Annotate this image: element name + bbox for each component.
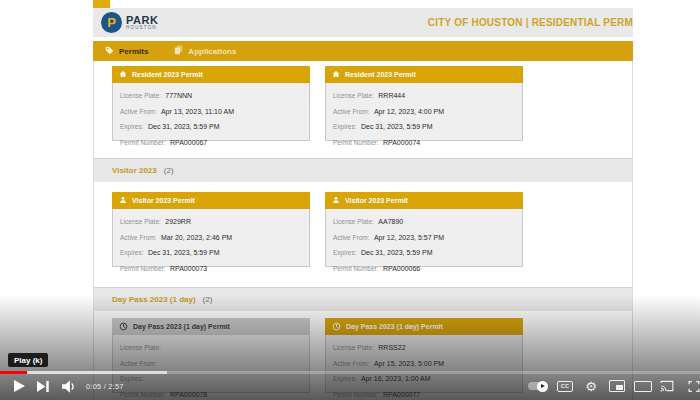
license-plate-value: RRR444 [378,92,405,99]
progress-bar[interactable] [0,371,700,374]
autoplay-toggle-knob [537,381,548,392]
card-title: Day Pass 2023 (1 day) Permit [346,323,443,330]
expires-value: Dec 31, 2023, 5:59 PM [361,123,433,130]
video-player: P PARK HOUSTON CITY OF HOUSTON | RESIDEN… [0,0,700,400]
field-label: Expires: [333,123,356,130]
field-label: Permit Number: [120,139,166,146]
section-count: (2) [164,166,174,175]
theater-mode-button[interactable] [632,375,654,397]
field-label: Permit Number: [333,139,379,146]
license-plate-value: 777NNN [165,92,192,99]
fullscreen-button[interactable] [684,375,700,397]
permit-card-visitor-2: Visitor 2023 Permit License Plate: AA789… [325,192,523,267]
clock-icon [119,322,128,332]
miniplayer-button[interactable] [607,375,627,397]
section-header-daypass: Day Pass 2023 (1 day) (2) [94,287,632,311]
card-header: Visitor 2023 Permit [112,192,310,209]
play-icon [14,380,25,392]
autoplay-toggle[interactable] [525,375,549,397]
active-from-value: Apr 13, 2023, 11:10 AM [161,108,234,115]
field-label: Expires: [333,249,356,256]
field-label: Active From: [333,234,369,241]
page-title: CITY OF HOUSTON | RESIDENTIAL PERM [158,17,633,28]
home-icon [332,70,340,79]
permit-number-value: RPA000067 [170,139,207,146]
logo-subtext: HOUSTON [126,25,158,30]
field-label: License Plate: [333,92,374,99]
volume-icon [62,380,76,393]
field-label: Permit Number: [333,265,379,272]
field-label: Expires: [120,123,143,130]
cast-button[interactable] [657,375,677,397]
permits-list: Resident 2023 Permit License Plate: 777N… [93,61,633,400]
card-header: Day Pass 2023 (1 day) Permit [325,318,523,335]
play-tooltip: Play (k) [8,353,48,367]
top-banner-fragment [93,0,110,8]
card-body: License Plate: 777NNN Active From: Apr 1… [112,83,310,141]
next-button[interactable] [34,375,52,397]
card-title: Visitor 2023 Permit [345,197,408,204]
park-houston-logo: P PARK HOUSTON [101,12,158,33]
tab-permits[interactable]: Permits [105,46,148,57]
expires-value: Dec 31, 2023, 5:59 PM [148,123,220,130]
miniplayer-icon [609,380,625,392]
resident-cards-row: Resident 2023 Permit License Plate: 777N… [94,66,632,141]
card-title: Resident 2023 Permit [132,71,203,78]
progress-played [0,371,27,374]
logo-p-icon: P [101,12,122,33]
tab-applications-label: Applications [188,47,236,56]
cast-icon [660,380,674,392]
field-label: Active From: [120,234,156,241]
card-body: License Plate: RRR444 Active From: Apr 1… [325,83,523,141]
clock-icon [332,322,341,332]
card-title: Visitor 2023 Permit [132,197,195,204]
logo-text: PARK [126,15,158,25]
copy-icon [174,45,183,57]
subtitles-button[interactable]: CC [555,375,575,397]
field-label: Active From: [120,108,156,115]
nav-bar: Permits Applications [93,41,633,61]
person-icon [119,196,127,205]
card-body: License Plate: 2929RR Active From: Mar 2… [112,209,310,267]
permit-number-value: RPA000066 [383,265,420,272]
card-title: Day Pass 2023 (1 day) Permit [133,323,230,330]
field-label: Active From: [333,108,369,115]
active-from-value: Mar 20, 2023, 2:46 PM [161,234,232,241]
card-body: License Plate: AA7890 Active From: Apr 1… [325,209,523,267]
expires-value: Dec 31, 2023, 5:59 PM [361,249,433,256]
permit-number-value: RPA000074 [383,139,420,146]
fullscreen-icon [687,380,700,393]
card-header: Day Pass 2023 (1 day) Permit [112,318,310,335]
field-label: License Plate: [120,92,161,99]
field-label: Active From: [333,360,369,367]
theater-mode-icon [634,381,652,392]
card-header: Resident 2023 Permit [325,66,523,83]
field-label: License Plate: [333,218,374,225]
person-icon [332,196,340,205]
active-from-value: Apr 12, 2023, 5:57 PM [374,234,444,241]
permit-card-visitor-1: Visitor 2023 Permit License Plate: 2929R… [112,192,310,267]
field-label: License Plate: [120,344,161,351]
field-label: License Plate: [333,344,374,351]
permit-card-resident-1: Resident 2023 Permit License Plate: 777N… [112,66,310,141]
webpage: P PARK HOUSTON CITY OF HOUSTON | RESIDEN… [93,0,633,400]
gear-icon: ⚙ [585,380,597,393]
section-title: Visitor 2023 [112,166,157,175]
settings-button[interactable]: ⚙ [581,375,601,397]
card-header: Visitor 2023 Permit [325,192,523,209]
tab-applications[interactable]: Applications [174,45,236,57]
visitor-cards-row: Visitor 2023 Permit License Plate: 2929R… [94,192,632,267]
license-plate-value: AA7890 [378,218,403,225]
section-header-visitor: Visitor 2023 (2) [94,158,632,182]
mute-button[interactable] [60,375,78,397]
permit-card-resident-2: Resident 2023 Permit License Plate: RRR4… [325,66,523,141]
card-title: Resident 2023 Permit [345,71,416,78]
license-plate-value: 2929RR [165,218,191,225]
player-controls: 0:05 / 2:57 CC ⚙ [0,375,700,397]
tag-icon [105,46,114,57]
section-count: (2) [203,295,213,304]
field-label: License Plate: [120,218,161,225]
expires-value: Dec 31, 2023, 5:59 PM [148,249,220,256]
subtitles-icon: CC [557,381,573,392]
play-button[interactable] [10,375,28,397]
